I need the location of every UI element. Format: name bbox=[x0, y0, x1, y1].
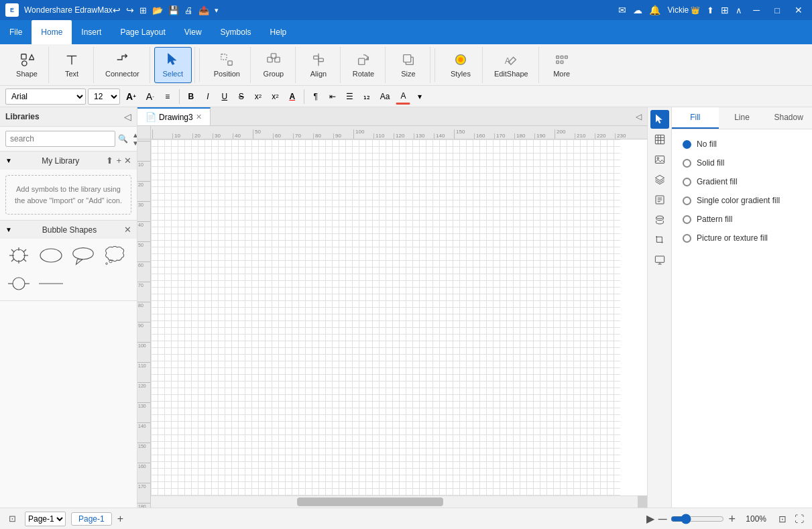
data-mode-btn[interactable] bbox=[650, 211, 669, 229]
italic-btn[interactable]: I bbox=[200, 89, 215, 105]
nav-up-btn[interactable]: ▲ bbox=[132, 131, 137, 139]
solid-fill-option[interactable]: Solid fill bbox=[677, 154, 807, 172]
doc-tab-close-btn[interactable]: ✕ bbox=[196, 113, 202, 121]
export-btn[interactable]: 📤 bbox=[198, 5, 209, 15]
shadow-tab[interactable]: Shadow bbox=[765, 107, 812, 129]
redo-btn[interactable]: ↪ bbox=[126, 5, 134, 15]
decrease-font-btn[interactable]: A- bbox=[142, 89, 158, 105]
bold-btn[interactable]: B bbox=[184, 89, 198, 105]
share-btn[interactable]: ✉ bbox=[618, 5, 626, 15]
menu-page-layout[interactable]: Page Layout bbox=[111, 20, 174, 44]
undo-btn[interactable]: ↩ bbox=[113, 5, 121, 15]
menu-symbols[interactable]: Symbols bbox=[211, 20, 261, 44]
superscript-btn[interactable]: x2 bbox=[251, 89, 266, 105]
scroll-thumb-horizontal[interactable] bbox=[297, 497, 443, 506]
zoom-in-btn[interactable]: + bbox=[728, 513, 736, 525]
apps-btn[interactable]: ⊞ bbox=[721, 5, 729, 15]
numbering-btn[interactable]: ₁₂ bbox=[359, 89, 374, 105]
close-btn[interactable]: ✕ bbox=[791, 5, 807, 15]
notes-mode-btn[interactable] bbox=[650, 190, 669, 209]
minimize-btn[interactable]: ─ bbox=[749, 5, 764, 15]
fill-tab[interactable]: Fill bbox=[672, 107, 719, 129]
list-item[interactable] bbox=[102, 244, 129, 267]
zoom-slider[interactable] bbox=[671, 514, 724, 524]
align-btn[interactable]: ≡ bbox=[160, 89, 175, 105]
libraries-collapse-btn[interactable]: ◁ bbox=[124, 111, 131, 122]
play-btn[interactable]: ▶ bbox=[646, 512, 654, 525]
new-btn[interactable]: ⊞ bbox=[139, 5, 147, 15]
shape-tool-btn[interactable]: Shape bbox=[8, 47, 46, 83]
select-mode-btn[interactable] bbox=[650, 110, 669, 129]
table-mode-btn[interactable] bbox=[650, 130, 669, 149]
more-btn[interactable]: ▾ bbox=[215, 6, 219, 15]
collapse-btn[interactable]: ∧ bbox=[736, 5, 742, 15]
bubble-shapes-header[interactable]: ▼ Bubble Shapes ✕ bbox=[0, 221, 137, 239]
my-library-add-btn[interactable]: + bbox=[116, 156, 121, 166]
single-color-gradient-option[interactable]: Single color gradient fill bbox=[677, 191, 807, 210]
my-library-header[interactable]: ▼ My Library ⬆ + ✕ bbox=[0, 152, 137, 170]
notif-btn[interactable]: 🔔 bbox=[649, 5, 660, 15]
layer-mode-btn[interactable] bbox=[650, 170, 669, 189]
image-mode-btn[interactable] bbox=[650, 150, 669, 169]
pattern-fill-option[interactable]: Pattern fill bbox=[677, 210, 807, 229]
maximize-btn[interactable]: □ bbox=[770, 5, 784, 15]
page-nav-btn[interactable]: ⊡ bbox=[5, 512, 19, 525]
picture-texture-option[interactable]: Picture or texture fill bbox=[677, 229, 807, 247]
connector-tool-btn[interactable]: Connector bbox=[98, 47, 147, 83]
text-tool-btn[interactable]: Text bbox=[53, 47, 91, 83]
styles-tool-btn[interactable]: Styles bbox=[442, 47, 479, 83]
subscript-btn[interactable]: x2 bbox=[268, 89, 282, 105]
strikethrough-btn[interactable]: S bbox=[234, 89, 249, 105]
more-tool-btn[interactable]: More bbox=[543, 47, 581, 83]
search-icon[interactable]: 🔍 bbox=[118, 134, 128, 143]
menu-file[interactable]: File bbox=[0, 20, 32, 44]
page-tab-1[interactable]: Page-1 bbox=[71, 512, 112, 526]
upload-btn[interactable]: ⬆ bbox=[707, 5, 714, 15]
print-btn[interactable]: 🖨 bbox=[184, 5, 193, 15]
rotate-tool-btn[interactable]: Rotate bbox=[345, 47, 382, 83]
font-color-btn[interactable]: A bbox=[396, 89, 410, 105]
scrollbar-horizontal[interactable] bbox=[151, 495, 638, 508]
document-tab[interactable]: 📄 Drawing3 ✕ bbox=[137, 107, 211, 125]
decrease-indent-btn[interactable]: ⇤ bbox=[325, 89, 340, 105]
open-btn[interactable]: 📂 bbox=[152, 5, 163, 15]
paragraph-btn[interactable]: ¶ bbox=[308, 89, 323, 105]
menu-home[interactable]: Home bbox=[32, 20, 72, 44]
increase-font-btn[interactable]: A+ bbox=[122, 89, 140, 105]
bullets-btn[interactable]: ☰ bbox=[342, 89, 357, 105]
my-library-close-btn[interactable]: ✕ bbox=[124, 156, 131, 166]
bubble-shapes-close-btn[interactable]: ✕ bbox=[124, 225, 131, 235]
canvas-expand-btn[interactable]: ◁ bbox=[630, 112, 647, 121]
zoom-out-btn[interactable]: ─ bbox=[658, 513, 667, 525]
casing-btn[interactable]: Aa bbox=[376, 89, 394, 105]
fullscreen-btn[interactable]: ⛶ bbox=[792, 512, 807, 526]
edit-shape-tool-btn[interactable]: A EditShape bbox=[487, 47, 536, 83]
menu-insert[interactable]: Insert bbox=[72, 20, 111, 44]
group-tool-btn[interactable]: Group bbox=[255, 47, 292, 83]
list-item[interactable] bbox=[5, 272, 32, 295]
font-size-select[interactable]: 12 bbox=[88, 89, 120, 105]
list-item[interactable] bbox=[38, 244, 64, 267]
select-tool-btn[interactable]: Select bbox=[154, 47, 192, 83]
no-fill-option[interactable]: No fill bbox=[677, 135, 807, 154]
page-dropdown[interactable]: Page-1 bbox=[25, 512, 66, 526]
search-input[interactable] bbox=[5, 131, 115, 147]
my-library-import-btn[interactable]: ⬆ bbox=[106, 156, 113, 166]
line-tab[interactable]: Line bbox=[719, 107, 766, 129]
add-page-btn[interactable]: + bbox=[117, 513, 123, 525]
fit-page-btn[interactable]: ⊡ bbox=[776, 512, 789, 526]
gradient-fill-option[interactable]: Gradient fill bbox=[677, 172, 807, 191]
cloud-btn[interactable]: ☁ bbox=[633, 5, 642, 15]
canvas-content[interactable] bbox=[151, 139, 647, 495]
list-item[interactable] bbox=[5, 244, 32, 267]
position-tool-btn[interactable]: Position bbox=[207, 47, 247, 83]
font-family-select[interactable]: Arial bbox=[5, 89, 86, 105]
presentation-mode-btn[interactable] bbox=[650, 251, 669, 270]
crop-mode-btn[interactable] bbox=[650, 231, 669, 249]
text-color-btn[interactable]: A bbox=[285, 89, 300, 105]
list-item[interactable] bbox=[38, 272, 64, 295]
underline-btn[interactable]: U bbox=[217, 89, 232, 105]
size-tool-btn[interactable]: Size bbox=[390, 47, 427, 83]
save-btn[interactable]: 💾 bbox=[168, 5, 179, 15]
nav-down-btn[interactable]: ▼ bbox=[132, 139, 137, 147]
